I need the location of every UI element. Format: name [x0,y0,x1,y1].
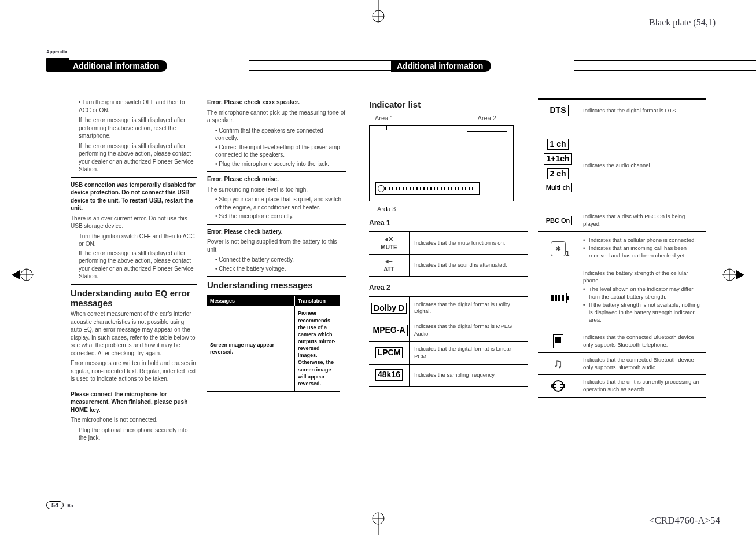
bluetooth-icon: ✱1 [551,241,566,256]
mpeg-icon: MPEG-A [369,319,410,341]
black-plate-label: Black plate (54,1) [649,17,716,28]
dts-badge: DTS [548,105,569,116]
column-4: DTS Indicates that the digital format is… [538,98,706,443]
messages-col-h2: Translation [295,296,340,306]
crop-mark-bottom [370,511,387,535]
indicator-row-mute: ◂✕MUTE Indicates that the mute function … [369,232,528,254]
bt-phone-bullet-1: Indicates that a cellular phone is conne… [589,237,703,244]
column-3: Indicator list Area 1 Area 2 Area 3 Area… [369,98,538,443]
page-lang: En [67,503,73,508]
mute-icon: ◂✕MUTE [369,232,410,254]
c1-contact-dealer: If the error message is still displayed … [79,142,197,174]
speaker-action-1: • Confirm that the speakers are connecte… [215,127,346,142]
lpcm-desc: Indicates that the digital format is Lin… [410,342,528,364]
area2-heading: Area 2 [369,283,528,292]
battery-bullet-2: If the battery strength is not available… [589,301,703,323]
speaker-action-2: • Correct the input level setting of the… [215,143,346,159]
auto-eq-intro-1: When correct measurement of the car’s in… [71,310,197,357]
mic-action-1: Plug the optional microphone securely in… [79,426,197,442]
area1-heading: Area 1 [369,218,528,227]
side-arrow-left [12,266,35,286]
c1-bullet-ignition: • Turn the ignition switch OFF and then … [79,98,197,114]
indicator-table-right: DTS Indicates that the digital format is… [538,98,706,398]
messages-table-header: Messages Translation [207,296,340,306]
bluetooth-phone-icon: ✱1 [538,232,578,266]
telephone-device-icon [538,330,578,352]
phone-icon [553,334,563,348]
divider [207,224,346,225]
area1-table: ◂✕MUTE Indicates that the mute function … [369,231,528,277]
c1-usb-action-2: If the error message is still displayed … [79,249,197,281]
mic-cause: The microphone is not connected. [71,416,197,424]
att-icon: ◂–ATT [369,255,410,276]
divider [71,284,197,285]
mute-desc: Indicates that the mute function is on. [410,232,528,254]
audio-device-icon: ♫ [538,353,578,375]
messages-row-1-trans: Pioneer recommends the use of a camera w… [295,306,340,391]
battery-error-title: Error. Please check battery. [207,228,346,236]
pbc-desc: Indicates that a disc with PBC On is bei… [578,209,706,231]
column-1: • Turn the ignition switch OFF and then … [71,98,207,443]
indicator-row-dts: DTS Indicates that the digital format is… [538,100,706,122]
appendix-label: Appendix [46,49,67,54]
page-body: • Turn the ignition switch OFF and then … [71,98,721,443]
mic-actions: Plug the optional microphone securely in… [79,426,197,442]
channel-desc: Indicates the audio channel. [578,122,706,209]
heading-messages: Understanding messages [207,280,346,290]
search-desc: Indicates that the unit is currently pro… [578,375,706,397]
sampling-icon: 48k16 [369,365,410,386]
battery-action-2: • Check the battery voltage. [215,265,346,273]
c1-usb-action-1: Turn the ignition switch OFF and then to… [79,233,197,248]
indicator-row-sampling: 48k16 Indicates the sampling frequency. [369,364,528,386]
ch1-badge: 1 ch [547,139,568,150]
messages-table: Messages Translation Screen image may ap… [207,295,340,392]
dts-icon: DTS [538,100,578,122]
dolby-desc: Indicates that the digital format is Dol… [410,297,528,319]
indicator-row-bt-telephone: Indicates that the connected Bluetooth d… [538,330,706,352]
mpeg-badge: MPEG-A [371,325,408,336]
divider [71,387,197,387]
speaker-error-title: Error. Please check xxxx speaker. [207,98,346,106]
processing-icon [538,375,578,397]
indicator-row-dolby: Dolby D Indicates that the digital forma… [369,297,528,319]
mic-connect-title: Please connect the microphone for measur… [71,391,197,414]
sampling-badge: 48k16 [375,369,403,380]
auto-eq-intro-2: Error messages are written in bold and c… [71,359,197,383]
divider [207,171,346,172]
music-note-icon: ♫ [553,355,563,373]
page-number-value: 54 [46,501,64,509]
lpcm-icon: LPCM [369,342,410,364]
channel-icons: 1 ch 1+1ch 2 ch Multi ch [538,122,578,209]
battery-desc-pre: Indicates the battery strength of the ce… [583,270,688,284]
ch1p1-badge: 1+1ch [544,153,571,164]
display-diagram: Area 1 Area 2 Area 3 [369,114,519,214]
divider [207,276,346,277]
svg-marker-7 [12,270,20,279]
battery-actions: • Connect the battery correctly. • Check… [215,256,346,273]
chmulti-badge: Multi ch [544,183,573,192]
battery-bullet-1: The level shown on the indicator may dif… [589,286,703,301]
divider [71,177,197,178]
mpeg-desc: Indicates that the digital format is MPE… [410,319,528,341]
tick-icon [386,207,387,211]
indicator-row-search: Indicates that the unit is currently pro… [538,374,706,397]
dolby-icon: Dolby D [369,297,410,319]
heading-auto-eq: Understanding auto EQ error messages [71,288,197,308]
noise-error-title: Error. Please check noise. [207,175,346,183]
header-left: Additional information [69,60,376,72]
mute-text: MUTE [381,244,397,252]
att-text: ATT [383,266,394,274]
dolby-badge: Dolby D [371,303,407,314]
battery-icon [550,293,567,303]
search-icon [552,380,564,392]
area2-table: Dolby D Indicates that the digital forma… [369,296,528,387]
doc-code: <CRD4760-A>54 [649,515,720,527]
noise-error-cause: The surrounding noise level is too high. [207,186,346,194]
bt-audio-desc: Indicates that the connected Bluetooth d… [578,353,706,375]
bt-phone-bullet-2: Indicates that an incoming call has been… [589,245,703,260]
header-right: Additional information [393,60,723,72]
display-outline-icon [369,125,514,201]
indicator-row-bt-phone: ✱1 Indicates that a cellular phone is co… [538,231,706,266]
noise-action-2: • Set the microphone correctly. [215,212,346,220]
c1-reset-smartphone: If the error message is still displayed … [79,116,197,140]
